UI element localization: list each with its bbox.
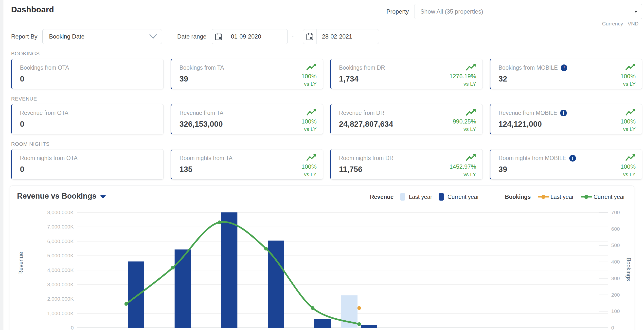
revenue-vs-bookings-panel: Revenue vs Bookings Revenue Last year Cu… (10, 186, 634, 330)
report-by-select[interactable]: Booking Date (42, 29, 162, 44)
left-axis-tick: 6,000,000K (47, 238, 74, 244)
kpi-card-value: 135 (180, 165, 316, 174)
kpi-card-label-text: Bookings from DR (339, 64, 385, 71)
trend-up-icon (466, 108, 476, 117)
kpi-card: Room nights from OTA0 (11, 149, 164, 180)
kpi-card: Revenue from DR24,827,807,634990.25%vs L… (330, 104, 483, 134)
legend-item-revenue-current-year[interactable]: Current year (438, 193, 479, 201)
kpi-trend: 100%vs LY (620, 153, 636, 177)
bar-current-year[interactable] (221, 212, 238, 328)
date-to-input[interactable]: 28-02-2021 (303, 29, 379, 44)
left-axis-tick: 4,000,000K (47, 267, 74, 273)
kpi-trend: 100%vs LY (302, 63, 316, 87)
date-range-separator: - (292, 33, 294, 40)
line-point[interactable] (358, 306, 361, 310)
kpi-card-label-text: Bookings from TA (180, 64, 224, 71)
legend-group-revenue: Revenue (370, 194, 394, 200)
kpi-cards-row: Revenue from OTA0Revenue from TA326,153,… (11, 104, 642, 134)
kpi-card: Room nights from TA135100%vs LY (170, 149, 323, 180)
page-left-gutter (0, 0, 4, 330)
trend-up-icon (625, 153, 636, 162)
kpi-card: Revenue from OTA0 (11, 104, 164, 134)
trend-caption: vs LY (302, 172, 316, 177)
left-axis-title: Revenue (18, 252, 24, 275)
left-axis-tick: 1,000,000K (47, 310, 74, 316)
line-point[interactable] (311, 306, 314, 310)
trend-up-icon (306, 108, 316, 117)
legend-item-revenue-last-year[interactable]: Last year (400, 193, 432, 201)
trend-percent: 100% (302, 118, 316, 125)
trend-percent: 990.25% (453, 118, 476, 125)
kpi-card-value: 39 (180, 75, 316, 83)
date-to-value: 28-02-2021 (316, 29, 379, 44)
kpi-trend: 100%vs LY (620, 63, 636, 87)
right-axis-tick: 700 (611, 210, 620, 215)
line-point[interactable] (218, 221, 222, 224)
kpi-card-label-text: Revenue from DR (339, 110, 384, 116)
legend-item-bookings-last-year[interactable]: Last year (537, 194, 574, 200)
legend-item-bookings-current-year[interactable]: Current year (580, 194, 625, 200)
bar-current-year[interactable] (128, 261, 144, 328)
date-from-value: 01-09-2020 (225, 29, 288, 44)
currency-note: Currency - VND (11, 21, 642, 27)
bar-current-year[interactable] (361, 325, 377, 328)
kpi-card-label: Bookings from TA (180, 64, 316, 71)
info-badge-icon[interactable]: ! (561, 64, 567, 71)
trend-percent: 100% (302, 163, 316, 170)
kpi-cards-row: Bookings from OTA0Bookings from TA39100%… (11, 59, 642, 89)
kpi-trend: 1452.97%vs LY (450, 153, 476, 177)
kpi-card-value: 32 (498, 75, 635, 83)
legend-label: Last year (550, 194, 574, 200)
legend-label: Last year (409, 194, 432, 200)
kpi-trend: 1276.19%vs LY (450, 63, 476, 87)
line-point[interactable] (124, 302, 128, 306)
kpi-trend: 990.25%vs LY (453, 108, 476, 132)
left-axis-tick: 8,000,000K (47, 210, 74, 215)
kpi-card-value: 0 (20, 75, 156, 83)
kpi-card-value: 39 (498, 165, 635, 174)
kpi-card: Bookings from DR1,7341276.19%vs LY (330, 59, 483, 89)
legend-label: Current year (448, 194, 479, 200)
kpi-card-label: Room nights from OTA (20, 155, 156, 161)
trend-up-icon (466, 63, 476, 71)
kpi-card-label: Bookings from OTA (20, 64, 156, 71)
bar-current-year[interactable] (314, 319, 331, 328)
bar-current-year[interactable] (174, 249, 191, 328)
property-label: Property (386, 8, 409, 15)
page-title: Dashboard (11, 5, 54, 14)
trend-caption: vs LY (450, 172, 476, 177)
filters-bar: Report By Booking Date Date range 01-09-… (11, 29, 642, 44)
date-from-input[interactable]: 01-09-2020 (212, 29, 288, 44)
right-axis-tick: 600 (611, 226, 620, 232)
section-title: ROOM NIGHTS (11, 141, 642, 146)
info-badge-icon[interactable]: ! (560, 110, 567, 116)
line-point[interactable] (264, 247, 268, 250)
right-axis-tick: 0 (611, 325, 614, 330)
chart-title-dropdown[interactable]: Revenue vs Bookings (17, 192, 106, 201)
right-axis-tick: 300 (611, 275, 620, 281)
kpi-card-value: 0 (20, 165, 156, 174)
line-point[interactable] (171, 266, 175, 269)
info-badge-icon[interactable]: ! (569, 155, 576, 161)
legend-group-bookings: Bookings (505, 194, 531, 200)
trend-up-icon (306, 63, 316, 71)
kpi-card-label-text: Room nights from MOBILE (498, 155, 566, 161)
trend-percent: 100% (620, 163, 636, 170)
trend-percent: 100% (620, 73, 636, 80)
kpi-card-label: Bookings from MOBILE! (498, 64, 635, 71)
dashboard-page: Dashboard Property Show All (35 properti… (0, 0, 644, 330)
kpi-trend: 100%vs LY (302, 108, 316, 132)
kpi-card-value: 0 (20, 120, 156, 129)
calendar-icon[interactable] (212, 29, 225, 44)
kpi-card-label-text: Bookings from OTA (20, 64, 69, 71)
kpi-card-label: Room nights from TA (180, 155, 316, 161)
kpi-card: Room nights from MOBILE!39100%vs LY (490, 149, 642, 180)
calendar-icon[interactable] (303, 29, 316, 44)
trend-caption: vs LY (620, 172, 636, 177)
right-axis-tick: 500 (611, 242, 620, 248)
property-select[interactable]: Show All (35 properties) (414, 4, 642, 19)
trend-caption: vs LY (450, 81, 476, 87)
trend-percent: 1452.97% (450, 163, 476, 170)
kpi-card-label-text: Bookings from MOBILE (498, 64, 558, 71)
line-point[interactable] (358, 322, 361, 326)
